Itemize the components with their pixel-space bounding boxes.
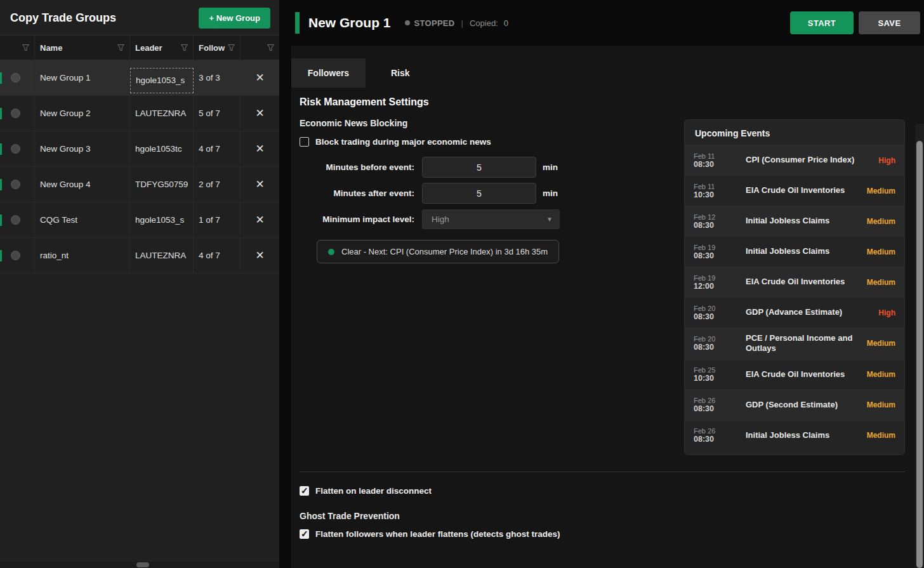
tab-risk[interactable]: Risk: [385, 58, 416, 88]
impact-level-value: High: [432, 215, 449, 224]
table-row[interactable]: New Group 3 hgole1053tc 4 of 7 ✕: [0, 131, 279, 167]
leader-column-header[interactable]: Leader: [130, 36, 194, 60]
minutes-after-input[interactable]: [422, 183, 536, 204]
news-blocking-section: Economic News Blocking Block trading dur…: [300, 118, 684, 263]
event-time: 08:30: [694, 221, 746, 230]
group-status-dot-icon: [11, 251, 20, 260]
event-impact-badge: Medium: [860, 217, 895, 226]
event-row: Feb 19 12:00 EIA Crude Oil Inventories M…: [685, 267, 904, 297]
vertical-scrollbar[interactable]: [915, 124, 924, 568]
event-datetime: Feb 11 08:30: [694, 152, 746, 169]
horizontal-scrollbar-thumb[interactable]: [136, 562, 149, 567]
minutes-after-unit: min: [543, 188, 558, 198]
row-accent-icon: [0, 143, 2, 155]
event-date: Feb 25: [694, 366, 746, 374]
group-follow-cell: 4 of 7: [194, 131, 241, 166]
row-accent-icon: [0, 179, 2, 190]
panel-divider: [279, 0, 291, 568]
groups-table-body: New Group 1 hgole1053_s 3 of 3 ✕ New Gro…: [0, 60, 279, 562]
upcoming-events-list: Feb 11 08:30 CPI (Consumer Price Index) …: [685, 145, 904, 451]
horizontal-scrollbar[interactable]: [0, 562, 279, 568]
group-status: STOPPED | Copied: 0: [405, 18, 508, 28]
minutes-after-label: Minutes after event:: [319, 188, 414, 198]
table-row[interactable]: ratio_nt LAUTEZNRA 4 of 7 ✕: [0, 238, 279, 274]
start-button[interactable]: START: [790, 11, 854, 34]
delete-group-button[interactable]: ✕: [250, 248, 269, 263]
event-name: EIA Crude Oil Inventories: [746, 277, 860, 287]
event-time: 10:30: [694, 374, 746, 383]
filter-icon[interactable]: [181, 44, 188, 51]
upcoming-events-title: Upcoming Events: [685, 128, 904, 138]
ghost-flatten-label[interactable]: Flatten followers when leader flattens (…: [315, 529, 560, 539]
group-leader-cell[interactable]: hgole1053_s: [130, 202, 194, 237]
section-title: Risk Management Settings: [300, 96, 905, 108]
group-header: New Group 1 STOPPED | Copied: 0 START SA…: [291, 0, 924, 46]
event-time: 08:30: [694, 435, 746, 444]
groups-panel-header: Copy Trade Groups + New Group: [0, 0, 279, 35]
event-row: Feb 26 08:30 Initial Jobless Claims Medi…: [685, 420, 904, 451]
row-accent-icon: [0, 72, 2, 84]
event-row: Feb 20 08:30 GDP (Advance Estimate) High: [685, 297, 904, 327]
impact-level-select[interactable]: High ▼: [422, 209, 560, 229]
groups-table-header: Name Leader Follow: [0, 35, 279, 60]
table-row[interactable]: CQG Test hgole1053_s 1 of 7 ✕: [0, 202, 279, 238]
filter-icon[interactable]: [228, 44, 235, 51]
groups-panel: Copy Trade Groups + New Group Name Leade…: [0, 0, 279, 568]
event-impact-badge: Medium: [860, 339, 895, 348]
table-row[interactable]: New Group 1 hgole1053_s 3 of 3 ✕: [0, 60, 279, 96]
group-name-cell[interactable]: New Group 2: [35, 96, 130, 131]
delete-group-button[interactable]: ✕: [250, 70, 269, 86]
new-group-button[interactable]: + New Group: [199, 8, 270, 29]
copied-label: Copied:: [470, 18, 498, 28]
group-status-dot-icon: [11, 144, 20, 154]
block-news-label[interactable]: Block trading during major economic news: [315, 137, 491, 147]
event-impact-badge: High: [860, 308, 895, 317]
table-row[interactable]: New Group 2 LAUTEZNRA 5 of 7 ✕: [0, 96, 279, 131]
filter-icon[interactable]: [117, 44, 124, 51]
event-impact-badge: Medium: [860, 431, 895, 440]
event-date: Feb 20: [694, 335, 746, 343]
delete-group-button[interactable]: ✕: [250, 105, 269, 121]
group-name-cell[interactable]: ratio_nt: [35, 238, 130, 273]
tab-followers[interactable]: Followers: [291, 58, 366, 88]
event-row: Feb 20 08:30 PCE / Personal Income and O…: [685, 327, 904, 359]
group-leader-cell[interactable]: hgole1053tc: [130, 131, 194, 166]
save-button[interactable]: SAVE: [859, 11, 920, 34]
vertical-scrollbar-thumb[interactable]: [916, 141, 923, 568]
event-datetime: Feb 20 08:30: [694, 335, 746, 352]
section-divider: [300, 472, 905, 472]
event-name: EIA Crude Oil Inventories: [746, 185, 860, 195]
delete-group-button[interactable]: ✕: [250, 141, 269, 157]
group-follow-cell: 4 of 7: [194, 238, 241, 273]
group-name-cell[interactable]: New Group 4: [35, 167, 130, 202]
actions-column-header: [241, 36, 279, 60]
group-name-cell[interactable]: New Group 3: [35, 131, 130, 166]
row-actions-cell: ✕: [241, 96, 279, 131]
ghost-flatten-checkbox[interactable]: [300, 529, 309, 539]
name-column-header[interactable]: Name: [35, 36, 130, 60]
table-row[interactable]: New Group 4 TDFYG50759 2 of 7 ✕: [0, 167, 279, 202]
group-name-cell[interactable]: New Group 1: [35, 60, 130, 95]
delete-group-button[interactable]: ✕: [250, 176, 269, 192]
flatten-disconnect-label[interactable]: Flatten on leader disconnect: [315, 486, 432, 496]
minutes-before-input[interactable]: [422, 157, 536, 178]
event-time: 08:30: [694, 251, 746, 260]
row-status-cell: [0, 167, 35, 202]
event-time: 08:30: [694, 404, 746, 413]
event-impact-badge: Medium: [860, 187, 895, 195]
event-row: Feb 25 10:30 EIA Crude Oil Inventories M…: [685, 359, 904, 390]
group-leader-cell[interactable]: LAUTEZNRA: [130, 96, 194, 131]
group-leader-cell[interactable]: TDFYG50759: [130, 167, 194, 202]
block-news-checkbox[interactable]: [300, 137, 309, 147]
group-leader-cell[interactable]: hgole1053_s: [130, 68, 194, 93]
filter-icon[interactable]: [267, 44, 274, 51]
follow-column-header[interactable]: Follow: [194, 36, 241, 60]
filter-icon[interactable]: [22, 44, 29, 51]
flatten-disconnect-checkbox[interactable]: [300, 486, 309, 496]
event-row: Feb 11 08:30 CPI (Consumer Price Index) …: [685, 145, 904, 175]
group-name-cell[interactable]: CQG Test: [35, 202, 130, 237]
delete-group-button[interactable]: ✕: [250, 212, 269, 228]
event-date: Feb 20: [694, 305, 746, 312]
row-actions-cell: ✕: [241, 202, 279, 237]
group-leader-cell[interactable]: LAUTEZNRA: [130, 238, 194, 273]
